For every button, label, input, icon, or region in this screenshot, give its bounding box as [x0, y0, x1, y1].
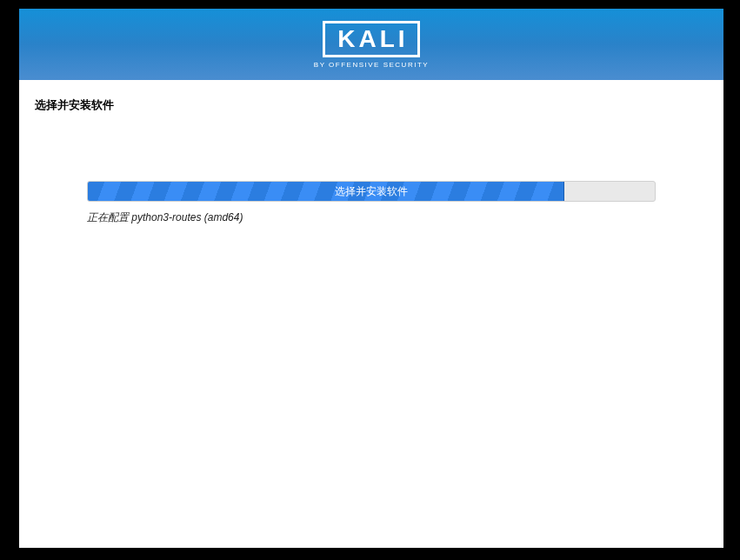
kali-logo-text: KALI	[323, 21, 419, 57]
progress-fill	[88, 182, 564, 201]
progress-bar: 选择并安装软件	[87, 181, 656, 202]
page-title: 选择并安装软件	[35, 97, 708, 113]
header-banner: KALI BY OFFENSIVE SECURITY	[19, 9, 723, 80]
content-area: 选择并安装软件 选择并安装软件 正在配置 python3-routes (amd…	[19, 80, 723, 243]
progress-status-text: 正在配置 python3-routes (amd64)	[87, 210, 656, 225]
progress-section: 选择并安装软件 正在配置 python3-routes (amd64)	[35, 181, 708, 225]
installer-window: KALI BY OFFENSIVE SECURITY 选择并安装软件 选择并安装…	[19, 9, 723, 548]
kali-logo-subtitle: BY OFFENSIVE SECURITY	[314, 61, 429, 69]
kali-logo: KALI BY OFFENSIVE SECURITY	[314, 21, 429, 69]
